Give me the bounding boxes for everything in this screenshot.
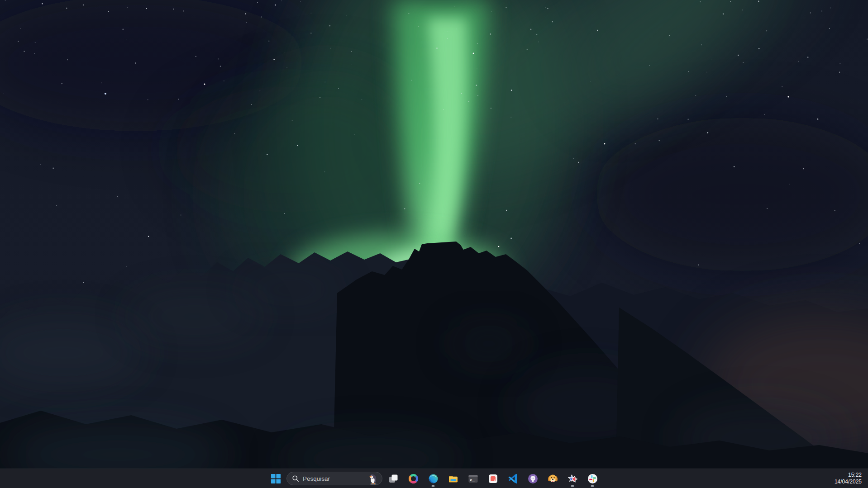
taskbar-app-task-view[interactable] [384,470,402,487]
start-button[interactable] [267,470,285,487]
search-box[interactable]: Pesquisar [286,472,382,485]
colorful-ribbon-ring-icon [408,473,419,484]
edge-swirl-icon [428,473,439,484]
clock-time: 15:22 [848,472,862,479]
taskbar-app-bruno[interactable] [544,470,562,487]
golden-dog-face-icon [547,473,558,484]
blue-red-star-icon [567,473,578,484]
prompt-window-icon: >_ [467,473,479,484]
taskbar-app-microsoft-edge[interactable] [424,470,442,487]
purple-octocat-icon [527,473,539,484]
taskbar: Pesquisar [0,469,868,488]
taskbar-app-slack[interactable] [583,470,601,487]
taskbar-app-terminal[interactable]: >_ [464,470,482,487]
search-highlight-puffin-icon [367,472,380,485]
terminal-prompt-glyph: >_ [470,477,475,482]
taskbar-app-file-explorer[interactable] [444,470,462,487]
blue-fold-icon [507,473,519,484]
taskbar-app-star-app[interactable] [563,470,582,487]
running-indicator [432,485,435,487]
search-placeholder: Pesquisar [303,475,363,482]
taskbar-center-group: Pesquisar [267,469,601,488]
taskbar-app-microsoft-365-copilot[interactable] [404,470,422,487]
search-icon [292,475,299,482]
running-indicator [591,485,594,487]
yellow-folder-icon [448,473,459,484]
taskbar-app-github-desktop[interactable] [524,470,542,487]
taskbar-app-red-square-app[interactable] [484,470,502,487]
clock[interactable]: 15:22 14/04/2025 [835,469,868,488]
white-tile-red-square-icon [487,473,499,484]
slack-pinwheel-icon [587,473,598,484]
clock-date: 14/04/2025 [835,479,862,485]
running-indicator [571,485,574,487]
wallpaper-aurora-mountains [0,0,868,488]
windows-logo-icon [271,474,281,484]
overlapping-windows-icon [388,473,399,484]
desktop: Pesquisar [0,0,868,488]
taskbar-app-visual-studio-code[interactable] [504,470,522,487]
